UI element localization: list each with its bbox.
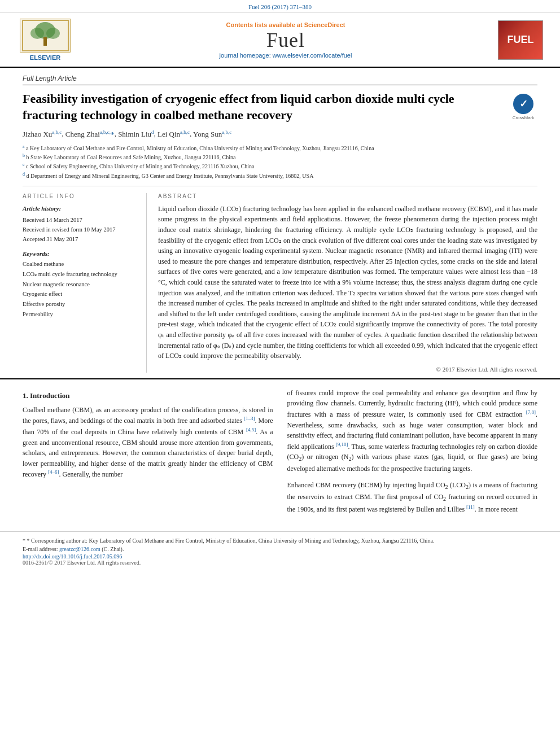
contents-text: Contents lists available at xyxy=(226,21,303,28)
article-title-area: Feasibility investigation of cryogenic e… xyxy=(23,91,537,123)
email-note: (C. Zhai). xyxy=(102,546,124,552)
svg-point-3 xyxy=(46,28,60,39)
homepage-text: journal homepage: www.elsevier.com/locat… xyxy=(220,52,352,59)
body-right-column: of fissures could improve the coal perme… xyxy=(287,388,538,514)
author4: Lei Qina,b,c xyxy=(158,130,190,138)
affiliation-d: d d Department of Energy and Mineral Eng… xyxy=(23,171,537,180)
section-number: 1. xyxy=(23,391,28,400)
article-history-box: Article history: Received 14 March 2017 … xyxy=(23,204,138,244)
affiliations: a a Key Laboratory of Coal Methane and F… xyxy=(23,143,537,180)
copyright-line: © 2017 Elsevier Ltd. All rights reserved… xyxy=(158,366,537,373)
intro-right-para1: of fissures could improve the coal perme… xyxy=(287,388,538,474)
intro-section-title: 1. Introduction xyxy=(23,391,273,400)
corresponding-star: * xyxy=(23,538,27,544)
keywords-list: Coalbed methane LCO₂ multi cycle fractur… xyxy=(23,259,138,320)
fuel-logo-label: FUEL xyxy=(508,34,534,46)
keywords-title: Keywords: xyxy=(23,250,138,257)
corresponding-note: * * Corresponding author at: Key Laborat… xyxy=(23,536,537,545)
article-dates: Received 14 March 2017 Received in revis… xyxy=(23,216,138,244)
fuel-logo-right: FUEL xyxy=(498,20,543,60)
svg-rect-4 xyxy=(43,37,47,46)
crossmark-container[interactable]: ✓ CrossMark xyxy=(509,94,537,120)
history-title: Article history: xyxy=(23,204,138,214)
body-left-column: 1. Introduction Coalbed methane (CBM), a… xyxy=(23,388,273,514)
elsevier-logo-image xyxy=(20,19,71,53)
abstract-column: ABSTRACT Liquid carbon dioxide (LCO₂) fr… xyxy=(158,193,537,373)
accepted-date: Accepted 31 May 2017 xyxy=(23,235,138,244)
article-info-abstract-section: ARTICLE INFO Article history: Received 1… xyxy=(23,186,537,373)
keyword-1: Coalbed methane xyxy=(23,259,138,269)
article-type-label: Full Length Article xyxy=(23,75,537,85)
received-date: Received 14 March 2017 xyxy=(23,216,138,225)
author1: Jizhao Xua,b,c xyxy=(23,130,62,138)
doi-text[interactable]: http://dx.doi.org/10.1016/j.fuel.2017.05… xyxy=(23,553,122,560)
issn-copyright: 0016-2361/© 2017 Elsevier Ltd. All right… xyxy=(23,560,537,566)
journal-name: Fuel xyxy=(73,28,498,52)
journal-center: Contents lists available at ScienceDirec… xyxy=(73,21,498,59)
journal-reference: Fuel 206 (2017) 371–380 xyxy=(248,3,312,10)
article-info-column: ARTICLE INFO Article history: Received 1… xyxy=(23,193,147,373)
crossmark-icon: ✓ xyxy=(513,94,533,114)
affiliation-c: c c School of Safety Engineering, China … xyxy=(23,161,537,171)
email-address[interactable]: greatzc@126.com xyxy=(59,546,100,552)
abstract-text: Liquid carbon dioxide (LCO₂) fracturing … xyxy=(158,204,537,361)
keyword-3: Nuclear magnetic resonance xyxy=(23,279,138,290)
section-title-text: Introduction xyxy=(30,391,70,400)
corresponding-text: * Corresponding author at: Key Laborator… xyxy=(27,538,435,544)
body-two-columns: 1. Introduction Coalbed methane (CBM), a… xyxy=(23,388,537,514)
svg-point-2 xyxy=(30,28,44,39)
doi-line[interactable]: http://dx.doi.org/10.1016/j.fuel.2017.05… xyxy=(23,553,537,560)
journal-reference-bar: Fuel 206 (2017) 371–380 xyxy=(0,0,560,13)
keywords-section: Keywords: Coalbed methane LCO₂ multi cyc… xyxy=(23,250,138,320)
intro-right-para2: Enhanced CBM recovery (ECBM) by injectin… xyxy=(287,480,538,514)
footer-bar: * * Corresponding author at: Key Laborat… xyxy=(0,531,560,570)
keyword-2: LCO₂ multi cycle fracturing technology xyxy=(23,269,138,279)
revised-date: Received in revised form 10 May 2017 xyxy=(23,225,138,235)
intro-left-para: Coalbed methane (CBM), as an accessory p… xyxy=(23,405,273,480)
article-info-heading: ARTICLE INFO xyxy=(23,193,138,199)
keyword-4: Cryogenic effect xyxy=(23,289,138,299)
elsevier-logo-container: ELSEVIER xyxy=(17,19,73,61)
affiliation-a: a a Key Laboratory of Coal Methane and F… xyxy=(23,143,537,152)
crossmark-label: CrossMark xyxy=(513,115,535,120)
article-title: Feasibility investigation of cryogenic e… xyxy=(23,91,504,123)
science-direct-text: Contents lists available at ScienceDirec… xyxy=(73,21,498,28)
keyword-6: Permeability xyxy=(23,309,138,320)
author3: Shimin Liud xyxy=(118,130,154,138)
authors-line: Jizhao Xua,b,c, Cheng Zhaia,b,c,*, Shimi… xyxy=(23,129,537,138)
elsevier-text: ELSEVIER xyxy=(30,54,60,61)
science-direct-link[interactable]: ScienceDirect xyxy=(304,21,345,28)
article-section: Full Length Article Feasibility investig… xyxy=(0,68,560,373)
affiliation-b: b b State Key Laboratory of Coal Resourc… xyxy=(23,152,537,161)
main-body: 1. Introduction Coalbed methane (CBM), a… xyxy=(0,378,560,523)
keyword-5: Effective porosity xyxy=(23,299,138,309)
email-label: E-mail address: xyxy=(23,546,58,552)
author2: Cheng Zhaia,b,c,* xyxy=(65,130,115,138)
article-type-text: Full Length Article xyxy=(23,75,77,82)
abstract-heading: ABSTRACT xyxy=(158,193,537,199)
journal-homepage: journal homepage: www.elsevier.com/locat… xyxy=(73,52,498,59)
email-line: E-mail address: greatzc@126.com (C. Zhai… xyxy=(23,545,537,553)
journal-header: ELSEVIER Contents lists available at Sci… xyxy=(0,13,560,68)
author5: Yong Suna,b,c xyxy=(193,130,231,138)
